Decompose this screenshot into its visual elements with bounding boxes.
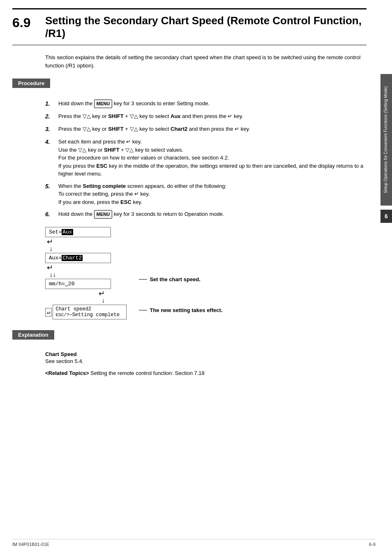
main-content: 6.9 Setting the Secondary Chart Speed (R… bbox=[0, 0, 379, 401]
enter-arrow-3: ↵ ↓ bbox=[99, 290, 105, 304]
procedure-label: Procedure bbox=[12, 79, 50, 88]
step-4: 4. Set each item and press the ↵ key. Us… bbox=[45, 138, 367, 178]
diagram-box-3: mm/h= 20 bbox=[45, 279, 111, 289]
step-1: 1. Hold down the MENU key for 3 seconds … bbox=[45, 99, 367, 108]
cursor-underline bbox=[65, 281, 68, 287]
diagram-area: Set=Aux ↵ ↓ Aux=Chart2 ↵ ↓↓ bbox=[45, 227, 367, 320]
diagram-row-3: mm/h= 20 bbox=[45, 279, 111, 289]
diagram-container: Set=Aux ↵ ↓ Aux=Chart2 ↵ ↓↓ bbox=[45, 227, 367, 320]
chapter-title: Setting the Secondary Chart Speed (Remot… bbox=[45, 14, 367, 40]
intro-text: This section explains the details of set… bbox=[45, 53, 367, 69]
step-1-number: 1. bbox=[45, 99, 55, 108]
steps-list: 1. Hold down the MENU key for 3 seconds … bbox=[45, 99, 367, 219]
enter-arrow-1: ↵ ↓ bbox=[47, 238, 53, 252]
diagram-row-2: Aux=Chart2 bbox=[45, 253, 111, 263]
step-2-content: Press the ▽△ key or SHIFT + ▽△ key to se… bbox=[58, 112, 367, 120]
step-2-number: 2. bbox=[45, 112, 55, 121]
down-arrow-3: ↓ bbox=[101, 297, 105, 304]
related-topics-label: <Related Topics> bbox=[45, 370, 89, 376]
diagram-labels: Set the chart speed. The new setting tak… bbox=[139, 227, 222, 313]
label-text-2: The new setting takes effect. bbox=[150, 307, 222, 313]
step-3-content: Press the ▽△ key or SHIFT + ▽△ key to se… bbox=[58, 125, 367, 133]
step-3-number: 3. bbox=[45, 125, 55, 134]
label-line-2 bbox=[139, 310, 147, 310]
diagram-left: Set=Aux ↵ ↓ Aux=Chart2 ↵ ↓↓ bbox=[45, 227, 127, 320]
step-4-content: Set each item and press the ↵ key. Use t… bbox=[58, 138, 367, 178]
footer-right: 6-9 bbox=[369, 542, 376, 547]
step-5: 5. When the Setting complete screen appe… bbox=[45, 182, 367, 206]
enter-arrow-2: ↵ ↓↓ bbox=[47, 264, 56, 278]
setting-complete-line: ESC/?—Setting complete bbox=[55, 312, 124, 318]
step-6-number: 6. bbox=[45, 210, 55, 219]
explanation-label-wrapper: Explanation bbox=[12, 330, 367, 345]
explanation-section: Explanation Chart Speed See section 5.4.… bbox=[12, 330, 367, 376]
step-5-content: When the Setting complete screen appears… bbox=[58, 182, 367, 206]
explanation-label: Explanation bbox=[12, 330, 54, 340]
chart2-highlight: Chart2 bbox=[62, 255, 83, 261]
label-line-1 bbox=[139, 279, 147, 280]
procedure-section: Procedure bbox=[12, 79, 367, 94]
chapter-number: 6.9 bbox=[12, 14, 45, 29]
related-topics-text: Setting the remote control function: Sec… bbox=[90, 370, 205, 376]
step-5-number: 5. bbox=[45, 182, 55, 191]
esc-enter-icons: ↵ bbox=[45, 308, 53, 317]
footer-left: IM 04P01B01-01E bbox=[12, 542, 49, 547]
related-topics: <Related Topics> Setting the remote cont… bbox=[45, 370, 367, 376]
step-4-number: 4. bbox=[45, 138, 55, 146]
label-set-chart-speed: Set the chart speed. bbox=[139, 276, 222, 282]
esc-prefix: ESC/? bbox=[55, 312, 69, 317]
down-arrow-1: ↓ bbox=[49, 245, 53, 252]
chapter-num-side: 6 bbox=[380, 210, 392, 223]
diagram-box-2: Aux=Chart2 bbox=[45, 253, 111, 263]
diagram-box-4: Chart speed2 ESC/?—Setting complete bbox=[53, 305, 127, 319]
menu-key-1: MENU bbox=[94, 99, 112, 108]
enter-icon-1: ↵ bbox=[47, 238, 53, 245]
step-6-content: Hold down the MENU key for 3 seconds to … bbox=[58, 210, 367, 219]
chart-speed-text: See section 5.4. bbox=[45, 358, 367, 364]
footer: IM 04P01B01-01E 6-9 bbox=[12, 539, 376, 547]
aux-highlight: Aux bbox=[62, 229, 73, 235]
diagram-row-1: Set=Aux bbox=[45, 227, 111, 237]
enter-icon-3: ↵ bbox=[99, 290, 105, 297]
chart-speed-heading: Chart Speed bbox=[45, 351, 367, 357]
menu-key-2: MENU bbox=[94, 210, 112, 219]
chapter-header: 6.9 Setting the Secondary Chart Speed (R… bbox=[12, 8, 367, 45]
enter-icon-2: ↵ bbox=[47, 264, 53, 271]
step-2: 2. Press the ▽△ key or SHIFT + ▽△ key to… bbox=[45, 112, 367, 121]
diagram-box-1: Set=Aux bbox=[45, 227, 111, 237]
label-text-1: Set the chart speed. bbox=[150, 276, 201, 282]
step-1-content: Hold down the MENU key for 3 seconds to … bbox=[58, 99, 367, 108]
side-tab: Setup Operations for Convenient Function… bbox=[380, 74, 392, 206]
down-arrows-2: ↓↓ bbox=[49, 271, 56, 278]
enter-left-icon: ↵ bbox=[45, 308, 52, 317]
diagram-row-4: ↵ Chart speed2 ESC/?—Setting complete bbox=[45, 305, 127, 319]
chart-speed2-line: Chart speed2 bbox=[55, 306, 124, 312]
step-6: 6. Hold down the MENU key for 3 seconds … bbox=[45, 210, 367, 219]
label-new-setting: The new setting takes effect. bbox=[139, 307, 222, 313]
step-3: 3. Press the ▽△ key or SHIFT + ▽△ key to… bbox=[45, 125, 367, 134]
